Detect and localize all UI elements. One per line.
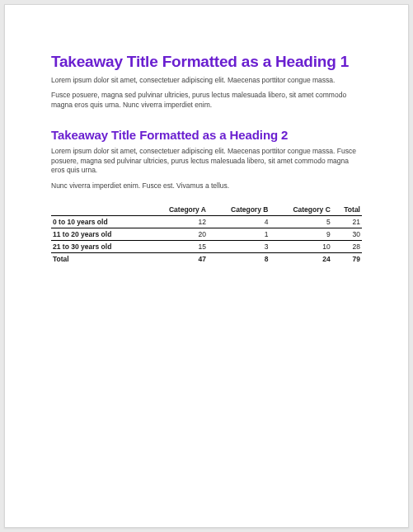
cell-c: 9	[270, 228, 331, 241]
cell-total: 21	[332, 216, 362, 228]
heading-2: Takeaway Title Formatted as a Heading 2	[51, 128, 362, 142]
section1-para1: Lorem ipsum dolor sit amet, consectetuer…	[51, 76, 362, 85]
row-label: 21 to 30 years old	[51, 241, 146, 253]
col-header-b: Category B	[208, 204, 270, 216]
cell-b: 3	[208, 241, 270, 253]
cell-total: 30	[332, 228, 362, 241]
row-label-total: Total	[51, 253, 146, 266]
row-label: 0 to 10 years old	[51, 216, 146, 228]
cell-total: 79	[332, 253, 362, 266]
col-header-rowlabel	[51, 204, 146, 216]
document-page: Takeaway Title Formatted as a Heading 1 …	[4, 4, 409, 528]
section2-para2: Nunc viverra imperdiet enim. Fusce est. …	[51, 181, 362, 191]
row-label: 11 to 20 years old	[51, 228, 146, 241]
table-row: 11 to 20 years old 20 1 9 30	[51, 228, 362, 241]
cell-c: 5	[270, 216, 331, 228]
table-total-row: Total 47 8 24 79	[51, 253, 362, 266]
cell-a: 15	[146, 241, 208, 253]
table-header-row: Category A Category B Category C Total	[51, 204, 362, 216]
heading-1: Takeaway Title Formatted as a Heading 1	[51, 53, 362, 71]
cell-b: 1	[208, 228, 270, 241]
cell-c: 24	[270, 253, 331, 266]
cell-b: 8	[208, 253, 270, 266]
cell-a: 20	[146, 228, 208, 241]
cell-c: 10	[270, 241, 331, 253]
section2-para1: Lorem ipsum dolor sit amet, consectetuer…	[51, 147, 362, 175]
cell-b: 4	[208, 216, 270, 228]
col-header-c: Category C	[270, 204, 331, 216]
col-header-a: Category A	[146, 204, 208, 216]
table-row: 21 to 30 years old 15 3 10 28	[51, 241, 362, 253]
col-header-total: Total	[332, 204, 362, 216]
cell-a: 47	[146, 253, 208, 266]
section1-para2: Fusce posuere, magna sed pulvinar ultric…	[51, 91, 362, 110]
cell-a: 12	[146, 216, 208, 228]
data-table: Category A Category B Category C Total 0…	[51, 204, 362, 265]
table-row: 0 to 10 years old 12 4 5 21	[51, 216, 362, 228]
cell-total: 28	[332, 241, 362, 253]
